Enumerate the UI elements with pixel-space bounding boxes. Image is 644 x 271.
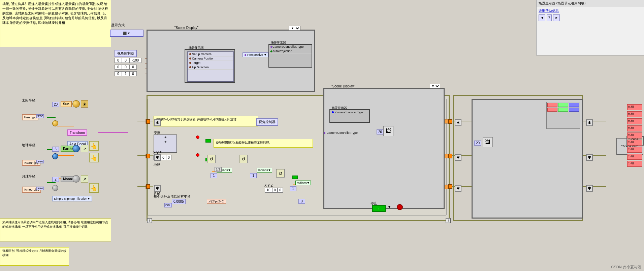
up-direction-row: Up Direction [188,65,233,70]
moon-cursor-icon: ↗ [81,175,88,183]
moon-z-input[interactable]: 0 [278,188,283,193]
earth-value[interactable]: 5 [52,147,59,152]
cam-y-input[interactable]: 0 [122,58,129,63]
multiply-node-right-1: ✱ [455,119,461,126]
scene-display-right-label: "Scene Display" [331,84,355,88]
hand-cursor-moon: 👆 [89,183,99,193]
help-panel-title: 场景显示器 (场景节点引用句柄) [537,0,644,7]
moon-radius-label: 月球半径 [22,174,35,179]
target-z-input[interactable]: 0 [129,65,137,70]
perspective-dropdown[interactable]: ◆ Perspective ▼ [243,52,268,57]
sun-thumb [52,120,58,126]
dbl-indicator: DBL [164,203,172,207]
speed-const: 0.0005 [172,199,186,204]
earth-node-label: 地球 [154,162,160,167]
target-y-input[interactable]: 0 [122,65,129,70]
out-block-4: 出/组 [627,125,642,131]
rotate-node-3: ↺ [276,169,285,178]
tunnel-2-right [448,154,452,158]
stop-red-button[interactable] [397,204,403,210]
multiply-node-3: ✱ [154,185,161,192]
right-output-column: 出/组 出/组 出/组 出/组 出/组 出/组 出/组 出/组 出/组 [627,104,642,208]
sun-jpeg-indicator: JPEG [36,114,44,118]
help-btn-1[interactable]: ◄ [539,14,545,21]
watermark: CSDN @小夏与酒 [611,265,641,270]
earth-label-block[interactable]: Earth [61,146,74,152]
hand-cursor-earth: 👆 [89,153,99,162]
out-block-1: 出/组 [627,104,642,110]
sun-label-block[interactable]: Sun [61,101,72,107]
help-btn-2[interactable]: ? [547,14,552,21]
tunnel-3-right [448,184,452,189]
sun-sphere-icon [72,100,80,108]
camera-controller-2-block[interactable]: 视角控制器 [256,118,278,126]
earth-y-input[interactable]: 0 [161,155,166,160]
help-panel-content: 详细帮助信息 ◄ ? ► [537,7,644,23]
rotate-node-2: ↺ [239,155,248,163]
dropdown-v-arrow[interactable]: ▼ [387,204,391,209]
earth-z-input[interactable]: 0 [166,155,171,160]
up-x-input[interactable]: 0 [115,71,122,76]
error-indicator-1 [196,136,199,139]
up-y-input[interactable]: 1 [122,71,129,76]
moon-y-input[interactable]: 0 [272,188,278,193]
multiply-node-right-3: ✱ [455,185,461,192]
camera-controller-type-right: ◆ CameraController.Type [323,131,358,134]
note-bottom-2: 查看区别, 可将模式设为No 月球表面会显得比较模糊. [0,247,69,266]
earth-cursor-icon: ↗ [81,145,88,152]
camera-controller-block[interactable]: 视角控制器 [115,50,137,57]
true-indicator-3 [292,176,298,179]
scene-display-inner: 场景显示器 Setup Camera Camera Position Targe… [185,49,235,83]
display-mode-dropdown[interactable]: ⬛ ▼ [110,30,143,37]
multiply-node-far-1: ✱ [586,119,593,126]
up-z-input[interactable]: 0 [129,71,137,76]
earth-jpeg-indicator: JPEG [36,160,44,163]
rotate-node-1: ↺ [207,155,216,163]
moon-x-input[interactable]: 10 [265,188,272,193]
help-detail-link[interactable]: 详细帮助信息 [539,9,559,12]
scene-display-right-frame: "Scene Display" ▼ 场景显示器 CameraController… [323,88,445,209]
multiply-node-1: ✱ [154,119,161,126]
multiply-node-far-2: ✱ [586,154,593,161]
moon-value[interactable]: 2 [52,177,59,182]
loop-counter-left: i [147,218,152,223]
note-top-left: 场景, 通过将其引用连入场景窗控件或连入场景窗口的'场景'属性实现 给一组一致的… [0,0,111,47]
sun-value[interactable]: 20 [52,102,59,107]
help-panel: 场景显示器 (场景节点引用句柄) 详细帮助信息 ◄ ? ► [536,0,644,55]
sun-jpg-block[interactable]: %sun.jpg [22,114,38,120]
error-indicator-2 [196,153,199,157]
const-1-a: 1 [211,173,217,178]
grid-block-right [546,102,580,129]
transform-block[interactable]: Transform [67,129,87,136]
clear-all-label: 每个循环后清除所有变换 [154,194,191,199]
radians-dropdown-2[interactable]: radians▼ [257,168,272,172]
multiply-node-right-2: ✱ [455,154,461,161]
setup-camera-row: Setup Camera [188,52,233,56]
earth-sphere-icon [72,145,80,152]
scene-display-output: 场景显示器 ◆ CameraController.Type ◆ AutoProj… [268,44,312,68]
radians-dropdown-3[interactable]: radians▼ [295,181,311,185]
multiply-node-far-3: ✱ [586,185,593,192]
scene-display-dropdown-top[interactable]: ▼ [289,26,300,31]
cam-z-input[interactable]: -100 [129,58,141,63]
transform-node: ⊕ ⊕ [154,134,177,153]
camera-setup-frame: "Scene Display" ▼ 场景显示器 Setup Camera Cam… [147,30,315,92]
note-bottom-1: 如果继续使用场景图调用节点输入连线端的引用, 请务必继 续使用这些调用节点的输出… [0,219,111,241]
simple-mipmap-dropdown[interactable]: Simple Mipmap Filtration▼ [52,196,92,201]
const-1-b: 1 [250,173,257,178]
out-block-5: 出/组 [627,132,642,139]
moon-jpeg-indicator: JPEG [36,187,44,190]
formula-const: x*(2*pi/240) [207,199,226,204]
out-block-8: 出/组 [627,154,642,160]
stop-bool-block[interactable]: T [372,205,386,212]
xyz-label-2: X Y Z [264,184,273,187]
camera-controller-row: ◆ CameraController.Type [269,45,312,49]
camera-position-row: Camera Position [188,56,233,61]
help-btn-3[interactable]: ► [553,14,560,21]
out-block-6: 出/组 [627,140,642,146]
cam-x-input[interactable]: 0 [115,58,122,63]
note-earth-rotate: 使地球围绕其x轴旋转以正确显示经纬理. [214,139,313,148]
image-icon-right-2: 🖼 [483,137,493,147]
scene-display-right-dropdown[interactable]: ▼ [430,84,440,88]
target-x-input[interactable]: 0 [115,65,122,70]
